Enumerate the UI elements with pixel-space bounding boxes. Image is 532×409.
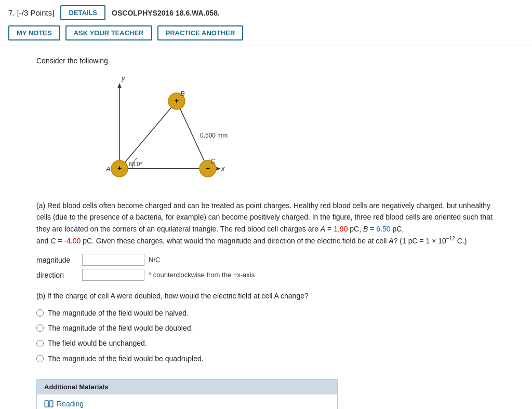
option-4-label: The magnitude of the field would be quad… <box>48 353 204 364</box>
part-b: (b) If the charge of cell A were doubled… <box>36 290 504 364</box>
content-area: Consider the following. + + − y <box>0 46 532 409</box>
option-4-radio[interactable] <box>36 355 44 362</box>
question-header: 7. [-/3 Points] DETAILS OSCOLPHYS2016 18… <box>8 5 524 20</box>
diagram-container: + + − y B A C x 0.500 mm 60.0° <box>57 70 244 189</box>
triangle-diagram: + + − y B A C x 0.500 mm 60.0° <box>57 70 244 189</box>
magnitude-input[interactable] <box>82 254 144 266</box>
option-3-label: The field would be unchanged. <box>48 337 147 349</box>
direction-row: direction ° counterclockwise from the +x… <box>36 269 516 281</box>
svg-marker-1 <box>117 83 122 88</box>
charge-b-value: 6.50 <box>376 225 390 233</box>
option-4-row: The magnitude of the field would be quad… <box>36 353 504 364</box>
option-2-label: The magnitude of the field would be doub… <box>48 322 193 334</box>
option-1-row: The magnitude of the field would be halv… <box>36 307 504 319</box>
svg-text:+: + <box>175 97 179 105</box>
charge-c-value: -4.00 <box>64 237 81 245</box>
ask-teacher-button[interactable]: ASK YOUR TEACHER <box>65 25 152 40</box>
svg-rect-21 <box>49 401 53 407</box>
points-label: [-/3 Points] <box>17 8 55 17</box>
svg-text:x: x <box>221 165 225 172</box>
svg-text:+: + <box>117 164 122 172</box>
magnitude-unit: N/C <box>149 256 160 264</box>
consider-text: Consider the following. <box>36 57 516 65</box>
option-2-row: The magnitude of the field would be doub… <box>36 322 504 334</box>
svg-text:B: B <box>180 90 185 98</box>
my-notes-button[interactable]: MY NOTES <box>8 25 60 40</box>
additional-materials-body: Reading <box>37 394 337 409</box>
part-b-question: (b) If the charge of cell A were doubled… <box>36 290 504 302</box>
charge-a-unit: pC, B = <box>348 225 376 233</box>
svg-text:−: − <box>206 164 210 172</box>
details-button[interactable]: DETAILS <box>60 5 105 20</box>
option-3-radio[interactable] <box>36 340 44 347</box>
q-num: 7. <box>8 8 15 17</box>
additional-materials-header: Additional Materials <box>37 379 337 394</box>
question-number: 7. [-/3 Points] <box>8 8 54 17</box>
part-a-text: (a) Red blood cells often become charged… <box>36 200 504 247</box>
direction-unit: ° counterclockwise from the +x-axis <box>149 271 255 279</box>
reading-label: Reading <box>57 400 84 408</box>
top-bar: 7. [-/3 Points] DETAILS OSCOLPHYS2016 18… <box>0 0 532 46</box>
svg-text:C: C <box>210 157 216 165</box>
option-1-label: The magnitude of the field would be halv… <box>48 307 189 319</box>
magnitude-row: magnitude N/C <box>36 254 516 266</box>
option-1-radio[interactable] <box>36 309 44 317</box>
svg-text:60.0°: 60.0° <box>129 161 142 167</box>
svg-text:0.500 mm: 0.500 mm <box>200 132 228 139</box>
book-icon <box>44 400 54 407</box>
svg-text:A: A <box>105 165 111 173</box>
charge-c-text: pC. Given these charges, what would the … <box>81 237 467 245</box>
additional-materials: Additional Materials Reading <box>36 379 338 409</box>
direction-input[interactable] <box>82 269 144 281</box>
svg-rect-20 <box>45 401 48 407</box>
charge-a-value: 1.90 <box>334 225 348 233</box>
question-code: OSCOLPHYS2016 18.6.WA.058. <box>112 9 220 17</box>
reading-link[interactable]: Reading <box>44 400 330 408</box>
direction-label: direction <box>36 271 78 279</box>
action-buttons: MY NOTES ASK YOUR TEACHER PRACTICE ANOTH… <box>8 25 524 40</box>
svg-line-4 <box>119 101 177 169</box>
svg-text:y: y <box>121 74 126 82</box>
part-a-intro: (a) Red blood cells often become charged… <box>36 201 493 233</box>
magnitude-label: magnitude <box>36 256 78 264</box>
option-3-row: The field would be unchanged. <box>36 337 504 349</box>
option-2-radio[interactable] <box>36 324 44 332</box>
practice-another-button[interactable]: PRACTICE ANOTHER <box>157 25 244 40</box>
